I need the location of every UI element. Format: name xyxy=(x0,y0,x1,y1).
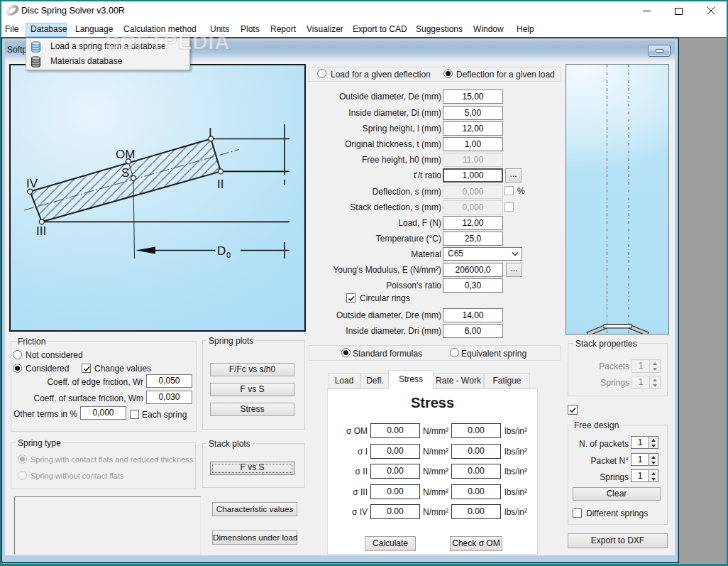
svg-text:I: I xyxy=(209,126,212,139)
svg-text:0: 0 xyxy=(226,251,231,259)
svg-text:S: S xyxy=(121,166,129,180)
svg-text:D: D xyxy=(217,244,226,258)
svg-text:II: II xyxy=(217,178,224,191)
svg-text:OM: OM xyxy=(116,148,135,161)
svg-text:III: III xyxy=(36,224,46,238)
svg-text:IV: IV xyxy=(26,177,38,190)
